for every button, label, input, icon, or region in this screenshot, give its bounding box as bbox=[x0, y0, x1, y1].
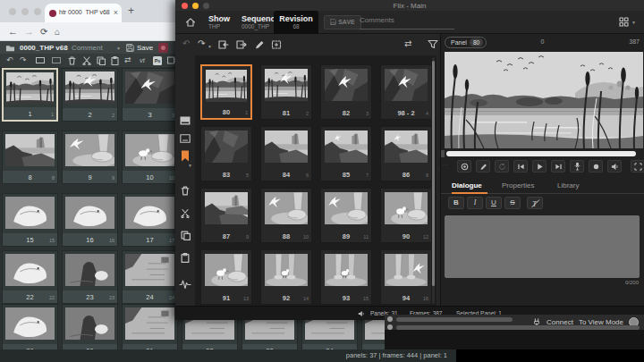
panel-card-92[interactable]: 9214 bbox=[260, 249, 312, 305]
playback-scrub-bar[interactable] bbox=[446, 151, 636, 156]
track-handle[interactable] bbox=[387, 316, 393, 322]
traffic-light-close-icon[interactable] bbox=[9, 8, 16, 15]
panel-position: 13 bbox=[243, 296, 249, 301]
panel-card-9[interactable]: 99 bbox=[62, 130, 118, 184]
panel-card-85[interactable]: 857 bbox=[320, 126, 372, 181]
grid-scrollbar[interactable] bbox=[432, 57, 435, 304]
frame-counter-start: 0 bbox=[441, 38, 644, 45]
panel-card-23[interactable]: 2323 bbox=[62, 250, 118, 304]
panel-number: 98 - 2 bbox=[381, 109, 431, 117]
marker-button[interactable] bbox=[457, 160, 471, 173]
tab-close-icon[interactable]: × bbox=[114, 8, 118, 17]
panel-card-88[interactable]: 8810 bbox=[260, 188, 312, 243]
panel-card-22[interactable]: 2222 bbox=[2, 250, 58, 304]
photoshop-button[interactable]: Ps bbox=[153, 56, 162, 65]
panel-number: 81 bbox=[261, 109, 311, 117]
panel-card-24[interactable]: 2424 bbox=[122, 250, 178, 304]
strikethrough-button[interactable]: S bbox=[504, 197, 521, 209]
back-icon[interactable]: ← bbox=[8, 27, 18, 37]
copy-icon[interactable] bbox=[97, 56, 106, 65]
audio-track-1[interactable] bbox=[396, 317, 513, 322]
save-icon[interactable] bbox=[126, 44, 134, 52]
track-handle[interactable] bbox=[387, 324, 393, 330]
record-button[interactable] bbox=[589, 160, 603, 173]
panel-card-91[interactable]: 9113 bbox=[200, 249, 252, 305]
save-button[interactable]: Save bbox=[137, 44, 153, 52]
tab-library[interactable]: Library bbox=[557, 181, 579, 189]
forward-icon[interactable]: → bbox=[24, 27, 34, 37]
vt-tool-button[interactable]: vt bbox=[140, 56, 145, 64]
fullscreen-button[interactable] bbox=[631, 160, 644, 173]
panel-card-94[interactable]: 9416 bbox=[380, 249, 432, 305]
trash-icon[interactable] bbox=[68, 56, 76, 65]
panel-card-84[interactable]: 846 bbox=[260, 126, 312, 181]
panel-card-81[interactable]: 812 bbox=[260, 64, 312, 120]
draw-button[interactable] bbox=[476, 160, 490, 173]
tab-dialogue[interactable]: Dialogue bbox=[452, 181, 482, 189]
panel-card-83[interactable]: 835 bbox=[200, 126, 252, 181]
clear-formatting-button[interactable]: T bbox=[527, 197, 543, 209]
redo-icon[interactable]: ↷ bbox=[20, 55, 27, 64]
browser-tab[interactable]: htr 0000_THP v68 panel 1 × bbox=[45, 4, 122, 22]
resize-grip[interactable]: ⋮ bbox=[442, 162, 449, 169]
panel-card-8[interactable]: 88 bbox=[2, 130, 58, 184]
dialogue-textarea[interactable] bbox=[445, 215, 640, 278]
panel-card-10[interactable]: 1010 bbox=[122, 130, 178, 184]
panel-card-90[interactable]: 9012 bbox=[380, 188, 432, 243]
chevron-down-icon[interactable]: ▼ bbox=[631, 20, 636, 25]
panel-card-17[interactable]: 1717 bbox=[122, 193, 178, 247]
tab-title: htr 0000_THP v68 panel 1 bbox=[59, 9, 111, 15]
app-icon[interactable] bbox=[158, 43, 168, 53]
panel-position: 8 bbox=[52, 175, 55, 181]
reload-icon[interactable]: ⟳ bbox=[40, 27, 47, 37]
panel-card-93[interactable]: 9315 bbox=[320, 249, 372, 305]
panel-position: 11 bbox=[363, 234, 369, 240]
panel-card-87[interactable]: 879 bbox=[200, 188, 252, 243]
panel-card2-icon[interactable] bbox=[52, 57, 61, 63]
cut-icon[interactable] bbox=[82, 56, 91, 65]
panel-card-89[interactable]: 8911 bbox=[320, 188, 372, 243]
undo-icon[interactable]: ↶ bbox=[6, 55, 13, 64]
panel-number: 86 bbox=[381, 171, 431, 179]
home-icon[interactable]: ⌂ bbox=[55, 27, 60, 37]
underline-button[interactable]: U bbox=[486, 197, 502, 209]
comment-dropdown[interactable]: Comment bbox=[72, 44, 103, 52]
panel-thumbnail bbox=[5, 307, 55, 340]
play-button[interactable] bbox=[532, 160, 547, 173]
panel-card-3[interactable]: 33 bbox=[122, 68, 178, 122]
panel-thumbnail bbox=[65, 72, 114, 104]
panel-card-2[interactable]: 22 bbox=[62, 68, 118, 122]
speaker-icon[interactable] bbox=[358, 310, 365, 317]
panel-thumbnail bbox=[206, 70, 247, 102]
panel-card-15[interactable]: 1515 bbox=[2, 193, 58, 247]
next-panel-button[interactable] bbox=[551, 160, 565, 173]
panel-card-80[interactable]: 801 bbox=[200, 64, 252, 120]
paste-icon[interactable] bbox=[111, 56, 119, 65]
previous-panel-button[interactable] bbox=[513, 160, 528, 173]
traffic-light-minimize-icon[interactable] bbox=[21, 8, 29, 15]
panel-card-1[interactable]: 11 bbox=[2, 68, 58, 122]
panel-card-86[interactable]: 868 bbox=[380, 126, 432, 181]
swap-icon[interactable]: ⇄ bbox=[124, 55, 131, 64]
microphone-button[interactable] bbox=[570, 160, 584, 173]
traffic-light-zoom-icon[interactable] bbox=[34, 8, 41, 15]
panel-card-16[interactable]: 1616 bbox=[62, 193, 118, 247]
volume-button[interactable] bbox=[607, 160, 622, 173]
scrub-start-notch bbox=[441, 150, 445, 157]
italic-button[interactable]: I bbox=[467, 197, 483, 209]
new-tab-button[interactable]: + bbox=[128, 4, 134, 17]
audio-track-2[interactable] bbox=[396, 325, 640, 330]
panel-label: 98 - 24 bbox=[381, 106, 431, 119]
panel-label: 33 bbox=[123, 108, 177, 121]
panel-card-82[interactable]: 823 bbox=[320, 64, 372, 120]
tab-properties[interactable]: Properties bbox=[502, 181, 534, 189]
scrollbar-thumb[interactable] bbox=[432, 61, 435, 286]
chevron-down-icon[interactable]: ▼ bbox=[116, 46, 121, 51]
bold-button[interactable]: B bbox=[448, 197, 464, 209]
panel-position: 24 bbox=[169, 295, 174, 300]
panel-card-98-2[interactable]: 98 - 24 bbox=[380, 64, 432, 120]
apps-grid-icon[interactable] bbox=[619, 17, 629, 27]
loop-button[interactable] bbox=[495, 160, 509, 173]
panel-card-icon[interactable] bbox=[36, 57, 45, 63]
panel-label: 2222 bbox=[3, 290, 57, 303]
